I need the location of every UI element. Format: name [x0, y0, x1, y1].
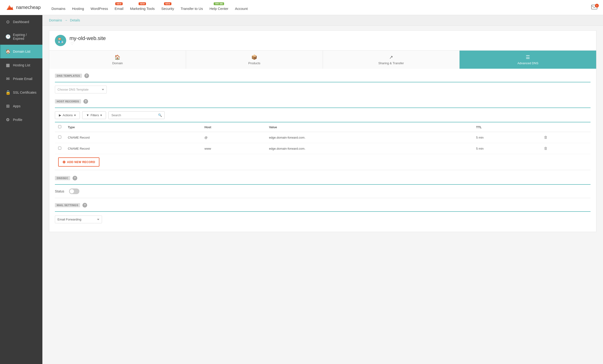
sidebar-item-apps[interactable]: ⊞ Apps [0, 99, 42, 113]
tab-products[interactable]: 📦 Products [186, 51, 323, 69]
sidebar-item-private-email[interactable]: ✉ Private Email [0, 72, 42, 86]
dns-templates-row: Choose DNS Template [55, 86, 591, 93]
dns-templates-label: DNS TEMPLATES [55, 74, 82, 78]
records-table: Type Host Value TTL [55, 122, 591, 154]
dnssec-toggle[interactable] [69, 188, 79, 194]
nav-help[interactable]: TRY ME Help Center [206, 0, 232, 15]
sidebar-item-domain-list[interactable]: 🏠 Domain List [0, 45, 42, 58]
nav-security[interactable]: NEW Security [158, 0, 177, 15]
col-host: Host [201, 122, 266, 132]
play-icon: ▶ [59, 113, 61, 117]
nav-items: Domains Hosting WordPress NEW Email NEW … [48, 0, 591, 15]
toolbar: ▶ Actions ▾ ▼ Filters ▾ 🔍 [55, 111, 591, 119]
host-records-section: HOST RECORDS ? ▶ Actions ▾ ▼ Filte [55, 99, 591, 170]
brand-name: namecheap [16, 5, 41, 10]
dashboard-icon: ⊙ [5, 19, 10, 24]
dnssec-section: DNSSEC ? Status [55, 176, 591, 198]
host-records-divider [55, 108, 591, 108]
mail-forwarding-select[interactable]: Email Forwarding [55, 216, 102, 223]
actions-chevron-icon: ▾ [74, 113, 76, 117]
apps-icon: ⊞ [5, 104, 10, 109]
breadcrumb-root[interactable]: Domains [49, 18, 62, 22]
record-value-1: edge.domain-forward.com. [266, 132, 473, 143]
favorite-icon[interactable]: ♡ [70, 41, 106, 46]
record-host-1: @ [201, 132, 266, 143]
tab-sharing-icon: ↗ [389, 54, 393, 60]
sidebar-item-profile[interactable]: ⚙ Profile [0, 113, 42, 127]
search-input[interactable] [109, 111, 156, 119]
search-button[interactable]: 🔍 [156, 111, 164, 119]
record-type-1: CNAME Record [65, 132, 201, 143]
col-type: Type [65, 122, 201, 132]
mail-count: 1 [595, 4, 599, 8]
domainlist-icon: 🏠 [5, 49, 10, 54]
tab-products-icon: 📦 [251, 54, 257, 60]
tab-sharing-label: Sharing & Transfer [378, 61, 404, 65]
select-all-checkbox[interactable] [58, 125, 61, 128]
nav-wordpress[interactable]: WordPress [87, 0, 111, 15]
breadcrumb-current: Details [70, 18, 80, 22]
host-records-header: HOST RECORDS ? [55, 99, 591, 104]
dnssec-label: DNSSEC [55, 176, 70, 180]
col-value: Value [266, 122, 473, 132]
sidebar-item-expiring[interactable]: 🕐 Expiring / Expired [0, 29, 42, 45]
row-checkbox-2[interactable] [58, 147, 61, 150]
tab-sharing[interactable]: ↗ Sharing & Transfer [323, 51, 460, 69]
mail-settings-header: MAIL SETTINGS ? [55, 203, 591, 208]
delete-record-1[interactable]: 🗑 [544, 135, 548, 140]
col-ttl: TTL [473, 122, 541, 132]
logo[interactable]: namecheap [6, 3, 41, 12]
marketing-badge: NEW [139, 2, 146, 5]
nav-domains[interactable]: Domains [48, 0, 69, 15]
mail-icon-wrap[interactable]: 1 [591, 5, 597, 10]
record-value-2: edge.domain-forward.com. [266, 143, 473, 154]
add-record-row: ⊕ ADD NEW RECORD [55, 154, 591, 170]
nav-right: 1 [591, 5, 597, 10]
mail-settings-help-icon[interactable]: ? [82, 203, 87, 208]
record-host-2: www [201, 143, 266, 154]
domain-section: 🏪 my-old-web.site ♡ 🏠 Domain 📦 Products … [49, 30, 596, 232]
hosting-icon: ▦ [5, 63, 10, 68]
dnssec-header: DNSSEC ? [55, 176, 591, 180]
privateemail-icon: ✉ [5, 76, 10, 81]
tab-products-label: Products [248, 61, 260, 65]
content-area: DNS TEMPLATES ? Choose DNS Template HOST… [49, 69, 596, 232]
tab-advanced-dns-label: Advanced DNS [518, 61, 538, 65]
dnssec-status-label: Status [55, 189, 64, 193]
mail-settings-section: MAIL SETTINGS ? Email Forwarding [55, 203, 591, 227]
nav-marketing[interactable]: NEW Marketing Tools [127, 0, 158, 15]
row-checkbox-1[interactable] [58, 135, 61, 139]
tab-advanceddns-icon: ☰ [526, 54, 530, 60]
delete-record-2[interactable]: 🗑 [544, 146, 548, 151]
dns-templates-divider [55, 82, 591, 82]
mail-row: Email Forwarding [55, 211, 591, 227]
dns-template-select[interactable]: Choose DNS Template [55, 86, 107, 93]
nav-email[interactable]: NEW Email [111, 0, 127, 15]
main-content: Domains → Details 🏪 my-old-web.site ♡ 🏠 … [42, 15, 603, 364]
ssl-icon: 🔒 [5, 90, 10, 95]
table-row: CNAME Record www edge.domain-forward.com… [55, 143, 591, 154]
domain-avatar: 🏪 [55, 35, 66, 46]
host-records-help-icon[interactable]: ? [83, 99, 88, 104]
nav-transfer[interactable]: Transfer to Us [177, 0, 206, 15]
actions-button[interactable]: ▶ Actions ▾ [55, 111, 80, 119]
domain-name: my-old-web.site [70, 35, 106, 41]
domain-header: 🏪 my-old-web.site ♡ [49, 31, 596, 50]
record-type-2: CNAME Record [65, 143, 201, 154]
tab-advanced-dns[interactable]: ☰ Advanced DNS [460, 51, 596, 69]
filters-button[interactable]: ▼ Filters ▾ [82, 111, 106, 119]
nav-hosting[interactable]: Hosting [69, 0, 87, 15]
sidebar-item-hosting[interactable]: ▦ Hosting List [0, 58, 42, 72]
record-ttl-2: 5 min [473, 143, 541, 154]
dns-templates-help-icon[interactable]: ? [84, 73, 89, 78]
nav-account[interactable]: Account [232, 0, 251, 15]
dnssec-row: Status [55, 184, 591, 198]
add-new-record-button[interactable]: ⊕ ADD NEW RECORD [58, 157, 99, 166]
dnssec-help-icon[interactable]: ? [72, 176, 77, 180]
search-box: 🔍 [108, 111, 165, 119]
sidebar-item-dashboard[interactable]: ⊙ Dashboard [0, 15, 42, 29]
sidebar-item-ssl[interactable]: 🔒 SSL Certificates [0, 86, 42, 99]
mail-settings-label: MAIL SETTINGS [55, 203, 80, 207]
tab-domain[interactable]: 🏠 Domain [49, 51, 186, 69]
record-ttl-1: 5 min [473, 132, 541, 143]
